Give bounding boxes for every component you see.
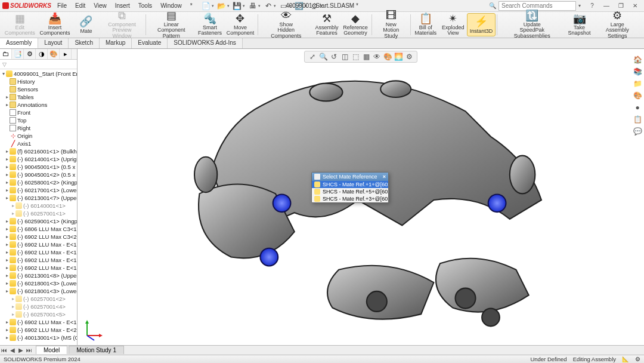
tab-sketch[interactable]: Sketch [69, 38, 100, 48]
tree-item[interactable]: ▸(-) 60257001<2> [0, 295, 77, 303]
tree-item[interactable]: ▸(-) 60214001<1> (Upright - Lef [0, 155, 77, 163]
fm-tab-config[interactable]: ⚙ [24, 49, 36, 59]
previous-view-icon[interactable]: ↺ [330, 53, 338, 61]
file-explorer-icon[interactable]: 📁 [633, 79, 642, 88]
tree-item[interactable]: Front [0, 109, 77, 116]
menu-edit[interactable]: Edit [72, 1, 89, 10]
cmd-new-motion-study[interactable]: 🎞NewMotion Study [373, 13, 409, 36]
popup-titlebar[interactable]: Select Mate Reference × [312, 173, 388, 181]
hide-show-icon[interactable]: 👁 [373, 53, 381, 61]
menu-file[interactable]: File [54, 1, 70, 10]
tree-item[interactable]: History [0, 78, 77, 85]
view-orientation-icon[interactable]: ⬚ [351, 53, 360, 61]
menu-insert[interactable]: Insert [112, 1, 134, 10]
tree-item[interactable]: ▸(-) 60258001<2> (Kingpin Spac [0, 179, 77, 186]
design-library-icon[interactable]: 📚 [633, 67, 642, 76]
tree-item[interactable]: ▸Annotations [0, 101, 77, 109]
tree-item[interactable]: ▸(-) 60257001<5> [0, 310, 77, 318]
tree-item[interactable]: ▸(-) 60257001<1> [0, 210, 77, 217]
cmd-mate[interactable]: 🔗Mate [72, 13, 100, 36]
tree-item[interactable]: ╱Axis1 [0, 140, 77, 147]
tree-item[interactable]: ▸(-) 60213001<8> (Upper Articu [0, 272, 77, 279]
search-dropdown-icon[interactable]: ▾ [578, 3, 581, 8]
tree-item[interactable]: ▸(-) 60257001<4> [0, 303, 77, 310]
tree-item[interactable]: ▸(-) 60259001<1> (Kingpin Spac [0, 217, 77, 225]
tree-item[interactable]: ▸(-) 6902 LLU Max C3<2> (Beari [0, 233, 77, 241]
help-icon[interactable]: ? [586, 2, 599, 9]
tab-evaluate[interactable]: Evaluate [132, 38, 168, 48]
tab-scroll-prev-icon[interactable]: ◀ [8, 347, 17, 353]
fm-tab-property[interactable]: 📑 [12, 49, 24, 59]
tree-item[interactable]: Sensors [0, 85, 77, 93]
appearances-icon[interactable]: ● [633, 103, 642, 112]
fm-tab-tree[interactable]: 🗀 [0, 49, 12, 59]
tree-item[interactable]: ▸(-) 60218001<3> (Lower AR Arm [0, 287, 77, 295]
open-icon[interactable]: 📂 [218, 2, 226, 10]
tree-item[interactable]: ▸(-) 90045001<1> (0.5 x 0.6 x 1 B [0, 163, 77, 171]
view-tab-model[interactable]: Model [36, 346, 67, 354]
forum-icon[interactable]: 💬 [633, 127, 642, 136]
feature-filter[interactable]: ▽ [0, 60, 77, 69]
cmd-instant3d[interactable]: ⚡Instant3D [467, 13, 496, 36]
fm-tab-expand[interactable]: ▸ [60, 49, 72, 59]
tree-item[interactable]: ▸(-) 6806 LLU Max C3<1> (Beari [0, 225, 77, 233]
view-palette-icon[interactable]: 🎨 [633, 91, 642, 100]
cmd-exploded-view[interactable]: ✴ExplodedView [439, 13, 467, 36]
tree-item[interactable]: ▸(-) 6902 LLU Max - E<14> (∅ 1 [0, 264, 77, 272]
tree-item[interactable]: ▸(f) 60216001<1> (Bulkhead) [0, 147, 77, 155]
popup-row[interactable]: SHCS - Mate Ref.+3+@[60213001<7>] [312, 195, 388, 202]
menu-star[interactable]: * [187, 1, 196, 10]
save-icon[interactable]: 💾 [233, 2, 242, 10]
menu-tools[interactable]: Tools [135, 1, 156, 10]
tree-item[interactable]: ▸(-) 90045001<2> (0.5 x 0.6 x 1 B [0, 171, 77, 179]
tree-item[interactable]: ▸(-) 6902 LLU Max - E<13> (∅ 1 [0, 248, 77, 256]
popup-row-selected[interactable]: SHCS - Mate Ref.+1+@[60213001<7>] [312, 181, 388, 188]
status-gear-icon[interactable]: ⚙ [635, 356, 640, 362]
zoom-area-icon[interactable]: 🔍 [319, 53, 327, 61]
tab-assembly[interactable]: Assembly [0, 38, 38, 48]
tree-item[interactable]: ▸(-) 60218001<3> (Lower AR Arm [0, 279, 77, 287]
cmd-update-speedpak[interactable]: 🔃UpdateSpeedPak Subassemblies [499, 13, 565, 36]
popup-row[interactable]: SHCS - Mate Ref.+5+@[60213001<7>] [312, 188, 388, 195]
menu-window[interactable]: Window [157, 1, 185, 10]
section-view-icon[interactable]: ◫ [340, 53, 349, 61]
tab-scroll-first-icon[interactable]: ⏮ [0, 347, 8, 353]
tree-item[interactable]: Top [0, 116, 77, 124]
tab-scroll-last-icon[interactable]: ⏭ [25, 347, 33, 353]
tab-markup[interactable]: Markup [100, 38, 132, 48]
cmd-insert-components[interactable]: 📥InsertComponents [38, 13, 73, 36]
cmd-edit-components[interactable]: ▦EditComponents [2, 13, 38, 36]
zoom-fit-icon[interactable]: ⤢ [308, 53, 317, 61]
tree-item[interactable]: ▸(-) 6902 LLU Max - E<22> (∅ 1 [0, 326, 77, 334]
view-settings-icon[interactable]: ⚙ [405, 53, 413, 61]
tree-item[interactable]: ▸(-) 60217001<1> (Lower Frame [0, 186, 77, 194]
tree-item[interactable]: ⊹Origin [0, 132, 77, 140]
tree-root[interactable]: ▾ 40099001_Start (Front End Sub Asse [0, 70, 77, 78]
tree-item[interactable]: ▸(-) 6902 LLU Max - E<16> (∅ 1 [0, 256, 77, 264]
tree-item[interactable]: ▸(-) 6902 LLU Max - E<15> (∅ 1 [0, 241, 77, 248]
tree-item[interactable]: ▸(-) 6902 LLU Max - E<17> (∅ 1 [0, 318, 77, 326]
tree-item[interactable]: ▸(-) 60140001<1> [0, 202, 77, 210]
tree-item[interactable]: ▸(-) 60213001<7> (Upper Articu [0, 194, 77, 202]
cmd-show-hidden[interactable]: 👁ShowHidden Components [259, 13, 313, 36]
fm-tab-display[interactable]: ◑ [36, 49, 48, 59]
close-icon[interactable]: ✕ [628, 2, 642, 9]
new-icon[interactable]: 📄 [202, 2, 210, 10]
restore-icon[interactable]: ❐ [614, 2, 627, 9]
cmd-take-snapshot[interactable]: 📷TakeSnapshot [566, 13, 593, 36]
custom-props-icon[interactable]: 📋 [633, 115, 642, 124]
cmd-assembly-features[interactable]: ⚒AssemblyFeatures [313, 13, 341, 36]
tree-item[interactable]: Right [0, 124, 77, 132]
edit-appearance-icon[interactable]: 🎨 [383, 53, 392, 61]
view-tab-motion-study[interactable]: Motion Study 1 [69, 346, 124, 354]
resources-icon[interactable]: 🏠 [633, 55, 642, 64]
tree-item[interactable]: ▸Tables [0, 93, 77, 101]
apply-scene-icon[interactable]: 🌅 [394, 53, 402, 61]
tab-scroll-next-icon[interactable]: ▶ [17, 347, 25, 353]
minimize-icon[interactable]: — [600, 2, 613, 9]
cmd-smart-fasteners[interactable]: 🔩SmartFasteners [196, 13, 224, 36]
tree-item[interactable]: ▸(-) 40013001<1> (MS (0.8 x 1.0 [0, 334, 77, 342]
undo-icon[interactable]: ↶ [264, 2, 273, 10]
status-unit-icon[interactable]: 📐 [622, 356, 629, 362]
cmd-large-assembly[interactable]: ⚙LargeAssembly Settings [593, 13, 642, 36]
